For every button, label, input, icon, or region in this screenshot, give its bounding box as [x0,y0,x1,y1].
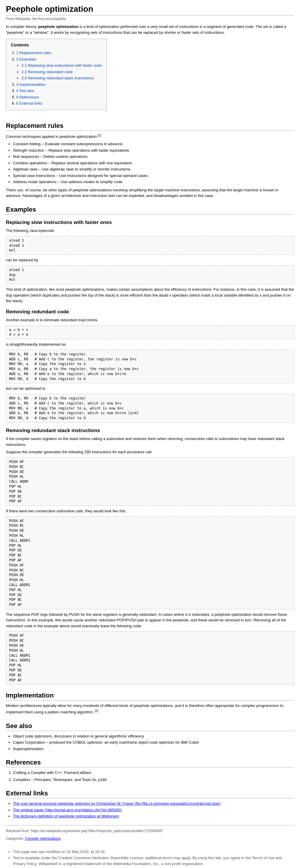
replacement-rules-intro: Common techniques applied in peephole op… [6,133,294,140]
see-also-heading: See also [6,721,294,731]
list-item: Object code optimizers, discussion in re… [13,733,294,739]
intro-paragraph: In compiler theory, peephole optimizatio… [6,24,294,35]
external-link-item-1[interactable]: The copt general-purpose peephole optimi… [13,801,294,807]
replacing-slow-code2: aload 1 dup mul [6,266,294,284]
external-link-item-2[interactable]: The original paper (http://portal.acm.or… [13,807,294,813]
toc-item-1[interactable]: 1 Replacement rules [16,50,102,56]
page-title: Peephole optimization [6,3,294,16]
implementation-text: Modern architectures typically allow for… [6,703,294,715]
toc-item-6[interactable]: 6 External links [16,100,102,106]
retrieved-from: Retrieved from "https://en.wikipedia.org… [6,828,294,834]
toc-item-4[interactable]: 4 See also [16,88,102,94]
categories: Categories: Compiler optimizations [6,836,294,841]
external-links-heading: External links [6,788,294,798]
removing-stack-middle2: The sequence POP regs followed by PUSH f… [6,612,294,629]
toc-link-3[interactable]: 3 Implementation [16,82,46,87]
replacing-slow-closing: This kind of optimization, like most pee… [6,287,294,304]
footer-last-modified: This page was last modified on 22 May 20… [13,849,294,855]
external-link-2[interactable]: The original paper (http://portal.acm.or… [13,808,122,812]
page-footer: Retrieved from "https://en.wikipedia.org… [6,825,294,867]
external-link-1[interactable]: The copt general-purpose peephole optimi… [13,801,220,806]
removing-stack-middle: If there were two consecutive subroutine… [6,508,294,514]
table-of-contents: Contents 1 Replacement rules 2 Examples … [6,39,107,110]
list-item: Constant folding – Evaluate constant sub… [13,141,294,147]
removing-redundant-heading: Removing redundant code [6,308,294,316]
external-links-list: The copt general-purpose peephole optimi… [13,801,294,819]
toc-link-5[interactable]: 5 References [16,95,39,99]
reference-item-2: Compilers – Principles, Techniques, and … [13,777,294,783]
toc-link-2-1[interactable]: 2.1 Replacing slow instructions with fas… [22,63,102,68]
toc-item-5[interactable]: 5 References [16,94,102,100]
list-item: Strength reduction – Replace slow operat… [13,148,294,153]
removing-stack-code2: PUSH AF PUSH BC PUSH DE PUSH HL CALL ADD… [6,517,294,609]
removing-redundant-middle: is straightforwardly implemented as [6,342,294,347]
footnote-ref-2: [2] [95,709,98,713]
removing-stack-intro: If the compiler saves registers on the s… [6,436,294,447]
toc-link-2-2[interactable]: 2.2 Removing redundant code [22,70,73,74]
removing-redundant-intro: Another example is to eliminate redundan… [6,317,294,323]
toc-link-1[interactable]: 1 Replacement rules [16,51,51,55]
toc-item-2[interactable]: 2 Examples 2.1 Replacing slow instructio… [16,56,102,81]
toc-item-2-3[interactable]: 2.3 Removing redundant stack instruction… [22,75,102,81]
toc-title: Contents [11,42,102,48]
references-heading: References [6,757,294,768]
removing-stack-heading: Removing redundant stack instructions [6,427,294,434]
footnote-ref-1: [1] [98,134,101,137]
list-item: Null sequences – Delete useless operatio… [13,154,294,160]
list-item: Combine operations – Replace several ope… [13,160,294,166]
toc-item-2-1[interactable]: 2.1 Replacing slow instructions with fas… [22,63,102,68]
replacement-rules-list: Constant folding – Evaluate constant sub… [13,141,294,185]
categories-label: Categories: [6,837,24,841]
replacement-rules-closing: There can, of course, be other types of … [6,187,294,199]
list-item: Superoptimization [13,746,294,752]
references-list: Crafting a Compiler with C++, Fischer/Le… [13,770,294,782]
toc-item-3[interactable]: 3 Implementation [16,82,102,88]
replacing-slow-intro: The following Java bytecode [6,228,294,234]
removing-redundant-code1: a = b + c d = a + e [6,326,294,340]
reference-item-1: Crafting a Compiler with C++, Fischer/Le… [13,770,294,776]
external-link-item-3[interactable]: The dictionary definition of peephole op… [13,813,294,819]
toc-link-2-3[interactable]: 2.3 Removing redundant stack instruction… [22,76,94,80]
examples-heading: Examples [6,205,294,215]
replacing-slow-heading: Replacing slow instructions with faster … [6,219,294,226]
toc-link-4[interactable]: 4 See also [16,89,34,93]
external-link-3[interactable]: The dictionary definition of peephole op… [13,814,119,818]
removing-redundant-middle2: but can be optimised to [6,386,294,392]
footer-notes: This page was last modified on 22 May 20… [13,849,294,867]
removing-stack-code3: PUSH AF PUSH BC PUSH DE PUSH HL CALL ADD… [6,631,294,685]
replacing-slow-code1: aload 1 aload 1 mul [6,236,294,255]
footer-license: Text is available under the Creative Com… [13,855,294,867]
categories-link[interactable]: Compiler optimizations [25,837,61,841]
removing-redundant-code3: MOV b, R0 # Copy b to the register ADD c… [6,394,294,423]
replacing-slow-middle: can be replaced by [6,257,294,263]
removing-redundant-code2: MOV b, R0 # Copy b to the register ADD c… [6,350,294,383]
see-also-list: Object code optimizers, discussion in re… [13,733,294,752]
toc-link-2[interactable]: 2 Examples [16,57,36,61]
replacement-rules-heading: Replacement rules [6,121,294,131]
toc-sublist-2: 2.1 Replacing slow instructions with fas… [22,63,102,81]
removing-stack-code1: PUSH AF PUSH BC PUSH DE PUSH HL CALL ADD… [6,457,294,506]
toc-list: 1 Replacement rules 2 Examples 2.1 Repla… [16,50,102,106]
toc-item-2-2[interactable]: 2.2 Removing redundant code [22,69,102,75]
list-item: Capex Corporation – produced the COBOL o… [13,740,294,745]
removing-stack-intro2: Suppose the compiler generates the follo… [6,449,294,455]
toc-link-6[interactable]: 6 External links [16,101,42,105]
page-subtitle: From Wikipedia, the free encyclopedia [6,16,294,22]
intro-bold: peephole optimization [38,24,79,29]
list-item: Algebraic laws – Use algebraic laws to s… [13,166,294,172]
list-item: Address mode operations – Use address mo… [13,179,294,185]
list-item: Special case instructions – Use instruct… [13,173,294,179]
implementation-heading: Implementation [6,690,294,701]
